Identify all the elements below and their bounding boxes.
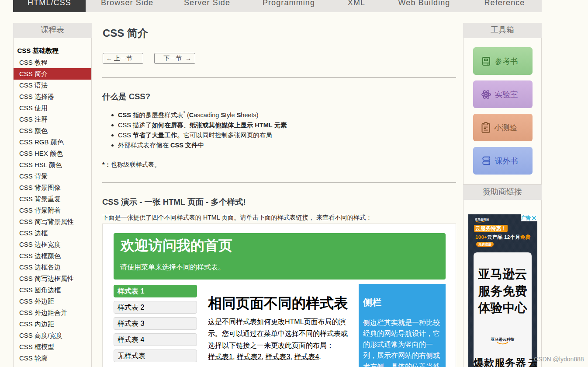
svg-text:亚马逊科技: 亚马逊科技: [475, 218, 489, 221]
